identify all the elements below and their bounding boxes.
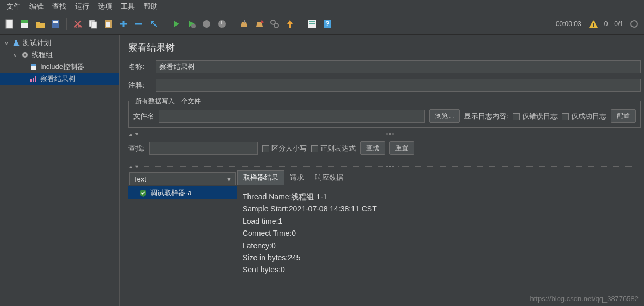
divider: ▲ ▼ •••: [128, 164, 641, 170]
shield-success-icon: [139, 189, 147, 197]
detail-tabs: 取样器结果 请求 响应数据: [237, 171, 641, 185]
browse-button[interactable]: 浏览...: [429, 109, 460, 123]
only-error-checkbox[interactable]: [513, 113, 520, 120]
svg-rect-30: [30, 79, 32, 82]
elapsed-timer: 00:00:03: [556, 20, 581, 28]
renderer-combo[interactable]: Text ▼: [129, 172, 236, 185]
regex-checkbox[interactable]: [311, 145, 318, 152]
separator: [301, 18, 301, 30]
file-group-legend: 所有数据写入一个文件: [133, 97, 203, 106]
tree-label: 测试计划: [23, 38, 51, 48]
collapse-icon[interactable]: [132, 17, 145, 30]
svg-rect-4: [53, 21, 58, 23]
case-sensitive-checkbox[interactable]: [262, 145, 269, 152]
file-output-group: 所有数据写入一个文件 文件名 浏览... 显示日志内容: 仅错误日志 仅成功日志…: [128, 101, 641, 128]
expander-icon[interactable]: v: [12, 52, 18, 58]
name-input[interactable]: [156, 60, 641, 73]
svg-text:?: ?: [325, 20, 329, 28]
triangle-up-icon[interactable]: ▲: [128, 132, 133, 137]
run-noclock-icon[interactable]: [185, 17, 198, 30]
paste-icon[interactable]: [102, 17, 115, 30]
separator: [165, 18, 165, 30]
search-button[interactable]: 查找: [360, 141, 385, 155]
cut-icon[interactable]: [71, 17, 84, 30]
separator: [66, 18, 67, 30]
tab-response-data[interactable]: 响应数据: [309, 171, 349, 185]
search-label: 查找:: [128, 143, 145, 153]
tree-label: 察看结果树: [40, 74, 76, 84]
menu-help[interactable]: 帮助: [139, 1, 162, 13]
sample-detail-pane: 取样器结果 请求 响应数据 Thread Name:线程组 1-1 Sample…: [237, 171, 641, 306]
stop-icon[interactable]: [200, 17, 213, 30]
svg-point-12: [203, 20, 210, 28]
function-helper-icon[interactable]: [306, 17, 319, 30]
tree-node-view-results-tree[interactable]: 察看结果树: [0, 73, 119, 85]
svg-rect-2: [21, 20, 28, 23]
menubar: 文件 编辑 查找 运行 选项 工具 帮助: [0, 0, 644, 13]
combo-value: Text: [133, 175, 146, 183]
copy-icon[interactable]: [86, 17, 100, 30]
detail-pane: 察看结果树 名称: 注释: 所有数据写入一个文件 文件名 浏览... 显示日志内…: [120, 35, 644, 306]
run-icon[interactable]: [170, 17, 183, 30]
clear-icon[interactable]: [238, 17, 251, 30]
toolbar: ? 00:00:03 0 0/1: [0, 13, 644, 35]
svg-rect-32: [35, 76, 36, 82]
detail-body: Thread Name:线程组 1-1 Sample Start:2021-07…: [237, 185, 641, 282]
detail-line: Thread Name:线程组 1-1: [243, 191, 635, 203]
comment-row: 注释:: [128, 79, 641, 92]
filename-input[interactable]: [159, 110, 425, 123]
tree-node-include-controller[interactable]: Include控制器: [0, 61, 119, 73]
new-file-icon[interactable]: [3, 17, 16, 30]
svg-rect-19: [309, 21, 315, 22]
detail-line: Sent bytes:0: [243, 264, 635, 276]
help-icon[interactable]: ?: [321, 17, 334, 30]
save-icon[interactable]: [49, 17, 62, 30]
tab-sampler-result[interactable]: 取样器结果: [237, 170, 284, 185]
triangle-down-icon[interactable]: ▼: [134, 132, 139, 137]
shutdown-icon[interactable]: [215, 17, 228, 30]
warning-icon[interactable]: [587, 17, 600, 30]
menu-run[interactable]: 运行: [71, 1, 94, 13]
detail-line: Size in bytes:245: [243, 252, 635, 264]
error-count: 0: [604, 20, 608, 28]
menu-edit[interactable]: 编辑: [25, 1, 48, 13]
open-icon[interactable]: [34, 17, 47, 30]
comment-input[interactable]: [156, 79, 641, 92]
menu-options[interactable]: 选项: [94, 1, 116, 13]
sample-result-item[interactable]: 调试取样器-a: [128, 186, 237, 199]
triangle-up-icon[interactable]: ▲: [128, 164, 133, 170]
menu-search[interactable]: 查找: [48, 1, 71, 13]
tree-pane: v 测试计划 v 线程组 Include控制器 察看结果树: [0, 35, 120, 306]
config-button[interactable]: 配置: [611, 109, 636, 123]
search-icon[interactable]: [268, 17, 281, 30]
menu-tools[interactable]: 工具: [116, 1, 139, 13]
watermark: https://blog.csdn.net/qq_38776582: [530, 295, 639, 303]
expander-icon[interactable]: v: [3, 40, 10, 46]
menu-file[interactable]: 文件: [2, 1, 25, 13]
template-icon[interactable]: [18, 17, 32, 30]
clear-all-icon[interactable]: [253, 17, 266, 30]
tree-node-testplan[interactable]: v 测试计划: [0, 37, 119, 49]
tab-request[interactable]: 请求: [284, 171, 309, 185]
tree-label: Include控制器: [40, 62, 84, 72]
doc-icon: [29, 63, 38, 71]
toggle-icon[interactable]: [147, 17, 160, 30]
svg-point-27: [24, 54, 26, 56]
svg-point-11: [191, 24, 196, 28]
search-input[interactable]: [149, 142, 258, 155]
only-error-label: 仅错误日志: [522, 112, 558, 120]
status-icon: [628, 17, 641, 30]
reset-button[interactable]: 重置: [389, 141, 414, 155]
reset-search-icon[interactable]: [283, 17, 296, 30]
svg-rect-31: [33, 78, 34, 82]
sample-name: 调试取样器-a: [150, 188, 192, 198]
only-success-checkbox[interactable]: [562, 113, 569, 120]
expand-icon[interactable]: [117, 17, 130, 30]
name-row: 名称:: [128, 60, 641, 73]
triangle-down-icon[interactable]: ▼: [134, 164, 139, 170]
filename-label: 文件名: [133, 111, 154, 121]
comment-label: 注释:: [128, 80, 150, 90]
tree-node-threadgroup[interactable]: v 线程组: [0, 49, 119, 61]
svg-point-25: [631, 21, 637, 27]
detail-line: Latency:0: [243, 240, 635, 252]
